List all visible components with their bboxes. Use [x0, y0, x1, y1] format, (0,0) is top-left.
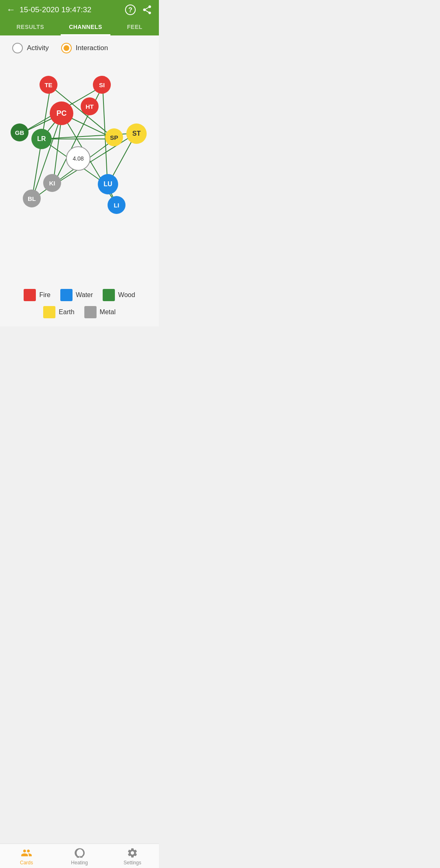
datetime-label: 15-05-2020 19:47:32	[20, 5, 91, 14]
radio-activity[interactable]: Activity	[12, 43, 49, 53]
radio-row: Activity Interaction	[0, 35, 159, 61]
tab-feel[interactable]: FEEL	[119, 20, 151, 35]
svg-line-16	[53, 133, 136, 185]
node-ST[interactable]: ST	[126, 123, 147, 144]
svg-text:?: ?	[128, 7, 132, 13]
legend-row-2: Earth Metal	[43, 306, 115, 318]
radio-activity-circle[interactable]	[12, 43, 23, 53]
node-SI[interactable]: SI	[93, 76, 111, 94]
node-LU[interactable]: LU	[98, 174, 118, 194]
metal-label: Metal	[100, 308, 116, 316]
metal-color-swatch	[84, 306, 97, 318]
node-TE[interactable]: TE	[40, 76, 57, 94]
wood-label: Wood	[118, 291, 135, 299]
water-color-swatch	[60, 289, 73, 301]
node-BL[interactable]: BL	[23, 189, 41, 207]
tab-bar: RESULTS CHANNELS FEEL	[0, 20, 159, 35]
legend: Fire Water Wood Earth Metal	[0, 281, 159, 326]
earth-label: Earth	[59, 308, 74, 316]
legend-earth: Earth	[43, 306, 74, 318]
center-value: 4.08	[66, 146, 90, 171]
node-LR[interactable]: LR	[31, 129, 52, 149]
tab-channels[interactable]: CHANNELS	[61, 20, 110, 35]
radio-interaction-circle[interactable]	[61, 43, 72, 53]
top-bar: ← 15-05-2020 19:47:32 ?	[0, 0, 159, 20]
tab-results[interactable]: RESULTS	[8, 20, 52, 35]
radio-interaction-label: Interaction	[76, 44, 108, 52]
node-KI[interactable]: KI	[43, 174, 61, 192]
fire-color-swatch	[24, 289, 36, 301]
node-SP[interactable]: SP	[105, 128, 123, 146]
fire-label: Fire	[39, 291, 51, 299]
diagram-svg	[0, 61, 159, 281]
node-PC[interactable]: PC	[50, 101, 73, 125]
legend-fire: Fire	[24, 289, 51, 301]
radio-activity-label: Activity	[27, 44, 49, 52]
water-label: Water	[76, 291, 93, 299]
radio-interaction[interactable]: Interaction	[61, 43, 108, 53]
legend-metal: Metal	[84, 306, 116, 318]
legend-row-1: Fire Water Wood	[24, 289, 135, 301]
node-GB[interactable]: GB	[11, 123, 29, 141]
legend-wood: Wood	[103, 289, 135, 301]
help-icon[interactable]: ?	[125, 4, 136, 15]
back-icon[interactable]: ←	[7, 4, 15, 15]
legend-water: Water	[60, 289, 93, 301]
share-icon[interactable]	[142, 4, 152, 15]
diagram-area: TE SI PC HT GB LR SP ST 4.08 KI BL LU LI	[0, 61, 159, 281]
earth-color-swatch	[43, 306, 55, 318]
wood-color-swatch	[103, 289, 115, 301]
node-LI[interactable]: LI	[108, 196, 125, 214]
node-HT[interactable]: HT	[81, 97, 99, 115]
